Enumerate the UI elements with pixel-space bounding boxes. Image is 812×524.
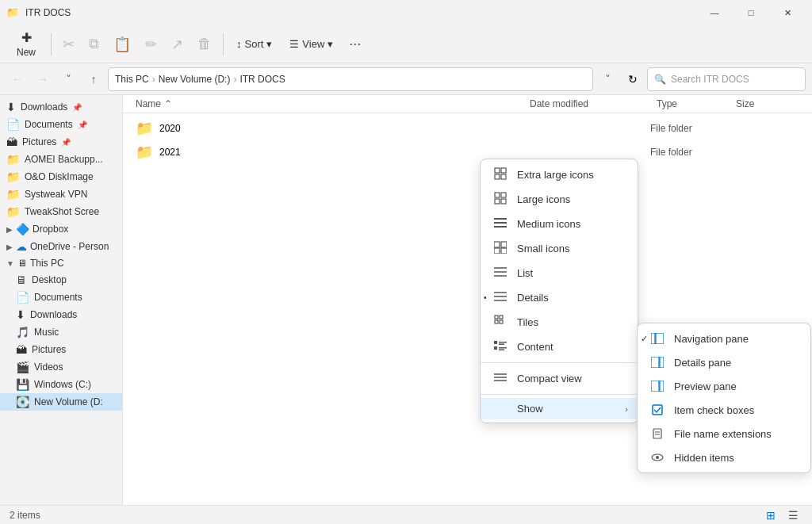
svg-rect-30 — [499, 350, 504, 351]
menu-item-show[interactable]: Show › — [481, 398, 638, 419]
svg-rect-21 — [495, 316, 498, 319]
table-row[interactable]: 📁 2020 File folder — [123, 117, 812, 140]
sidebar-item-label: O&O DiskImage — [25, 171, 94, 182]
dropdown-button[interactable]: ˅ — [596, 68, 619, 90]
toolbar: ✚ New ✂ ⧉ 📋 ✏ ↗ 🗑 ↕ Sort ▾ ☰ View ▾ ··· — [0, 25, 812, 63]
new-button[interactable]: ✚ New — [6, 29, 46, 60]
menu-item-extra-large[interactable]: Extra large icons — [481, 163, 638, 187]
menu-item-content[interactable]: Content — [481, 335, 638, 359]
submenu-item-label: Preview pane — [674, 381, 737, 392]
sidebar-item-aomei[interactable]: 📁 AOMEI Backupp... — [0, 151, 122, 168]
rename-button[interactable]: ✏ — [139, 29, 163, 60]
tweakshot-icon: 📁 — [6, 205, 20, 218]
col-name[interactable]: Name ⌃ — [136, 98, 530, 109]
file-name: 2021 — [159, 147, 511, 158]
menu-item-tiles[interactable]: Tiles — [481, 310, 638, 335]
menu-item-medium[interactable]: Medium icons — [481, 212, 638, 236]
recent-button[interactable]: ˅ — [57, 68, 79, 90]
svg-rect-38 — [651, 381, 659, 392]
up-button[interactable]: ↑ — [82, 68, 105, 90]
submenu-item-label: File name extensions — [674, 428, 772, 440]
menu-item-compact[interactable]: Compact view — [481, 366, 638, 391]
share-button[interactable]: ↗ — [165, 29, 190, 60]
sidebar-item-tweakshot[interactable]: 📁 TweakShot Scree — [0, 203, 122, 220]
forward-button[interactable]: → — [32, 68, 54, 90]
title-bar: 📁 ITR DOCS — □ ✕ — [0, 0, 812, 25]
expand-icon3: ▼ — [6, 259, 14, 268]
paste-button[interactable]: 📋 — [107, 29, 137, 60]
nav-pane-icon — [650, 331, 665, 346]
menu-item-large[interactable]: Large icons — [481, 187, 638, 212]
back-button[interactable]: ← — [6, 68, 29, 90]
breadcrumb-volume[interactable]: New Volume (D:) — [159, 74, 231, 85]
breadcrumb-current[interactable]: ITR DOCS — [239, 74, 285, 85]
expand-icon: ▶ — [6, 225, 13, 234]
sidebar-item-dropbox[interactable]: ▶ 🔷 Dropbox — [0, 220, 122, 238]
sidebar-item-oo[interactable]: 📁 O&O DiskImage — [0, 168, 122, 186]
toolbar-separator2 — [223, 33, 224, 55]
sidebar-item-systweak[interactable]: 📁 Systweak VPN — [0, 186, 122, 203]
submenu-item-label: Item check boxes — [674, 404, 754, 416]
menu-item-small[interactable]: Small icons — [481, 236, 638, 261]
svg-rect-24 — [500, 320, 503, 323]
submenu-item-hidden[interactable]: Hidden items — [638, 446, 810, 469]
sidebar-item-desktop[interactable]: 🖥 Desktop — [0, 271, 122, 289]
thispc-icon: 🖥 — [17, 258, 27, 269]
sidebar-item-pictures2[interactable]: 🏔 Pictures — [0, 341, 122, 358]
file-type: File folder — [650, 123, 730, 134]
submenu-item-checkboxes[interactable]: Item check boxes — [638, 398, 810, 422]
cut-button[interactable]: ✂ — [56, 29, 81, 60]
search-box[interactable]: 🔍 Search ITR DOCS — [647, 67, 806, 91]
sidebar-item-documents-pin[interactable]: 📄 Documents 📌 — [0, 116, 122, 133]
sort-button[interactable]: ↕ Sort ▾ — [228, 30, 280, 59]
close-button[interactable]: ✕ — [769, 0, 806, 25]
search-placeholder: Search ITR DOCS — [671, 74, 749, 85]
submenu-item-navigation[interactable]: ✓ Navigation pane — [638, 327, 810, 350]
svg-rect-5 — [501, 193, 506, 197]
delete-button[interactable]: 🗑 — [191, 29, 218, 60]
col-type[interactable]: Type — [657, 98, 736, 109]
table-row[interactable]: 📁 2021 File folder — [123, 140, 812, 164]
sidebar-item-videos[interactable]: 🎬 Videos — [0, 358, 122, 376]
sidebar-item-documents2[interactable]: 📄 Documents — [0, 289, 122, 306]
view-menu: Extra large icons Large icons Medium ico… — [480, 159, 638, 423]
sidebar-item-pictures-pin[interactable]: 🏔 Pictures 📌 — [0, 133, 122, 151]
more-button[interactable]: ··· — [343, 29, 367, 60]
copy-button[interactable]: ⧉ — [82, 29, 105, 60]
menu-item-details[interactable]: • Details — [481, 285, 638, 310]
refresh-button[interactable]: ↻ — [622, 68, 644, 90]
sidebar-item-downloads-pin[interactable]: ⬇ Downloads 📌 — [0, 98, 122, 116]
col-size[interactable]: Size — [736, 98, 799, 109]
tiles-icon — [493, 315, 508, 330]
col-date[interactable]: Date modified — [530, 98, 657, 109]
maximize-button[interactable]: □ — [733, 0, 769, 25]
svg-rect-10 — [494, 226, 507, 228]
svg-rect-27 — [499, 344, 504, 346]
sidebar-item-onedrive[interactable]: ▶ ☁ OneDrive - Person — [0, 238, 122, 255]
breadcrumb-this-pc[interactable]: This PC — [115, 74, 149, 85]
pin-icon2: 📌 — [78, 120, 87, 129]
sidebar-item-label: Systweak VPN — [25, 189, 87, 200]
svg-rect-12 — [501, 242, 507, 247]
submenu-item-details[interactable]: Details pane — [638, 350, 810, 374]
details-pane-icon — [650, 355, 665, 369]
svg-rect-14 — [501, 248, 507, 254]
breadcrumb[interactable]: This PC › New Volume (D:) › ITR DOCS — [108, 67, 593, 91]
submenu-item-label: Navigation pane — [674, 333, 749, 345]
sidebar-item-downloads2[interactable]: ⬇ Downloads — [0, 306, 122, 323]
sidebar-item-new-volume-d[interactable]: 💽 New Volume (D: — [0, 393, 122, 411]
sidebar-item-music[interactable]: 🎵 Music — [0, 323, 122, 341]
grid-view-button[interactable]: ⊞ — [761, 507, 780, 523]
sidebar-item-thispc[interactable]: ▼ 🖥 This PC — [0, 255, 122, 271]
menu-item-list[interactable]: List — [481, 261, 638, 285]
view-button[interactable]: ☰ View ▾ — [282, 30, 341, 59]
windows-c-icon: 💾 — [16, 378, 29, 391]
sidebar-item-label: Pictures — [22, 136, 56, 147]
minimize-button[interactable]: — — [696, 0, 733, 25]
menu-item-label: List — [517, 267, 533, 279]
sidebar-item-windows-c[interactable]: 💾 Windows (C:) — [0, 376, 122, 393]
submenu-item-extensions[interactable]: File name extensions — [638, 422, 810, 446]
show-submenu: ✓ Navigation pane Details pane Preview p… — [637, 323, 811, 473]
list-view-button[interactable]: ☰ — [783, 507, 802, 523]
submenu-item-preview[interactable]: Preview pane — [638, 374, 810, 398]
